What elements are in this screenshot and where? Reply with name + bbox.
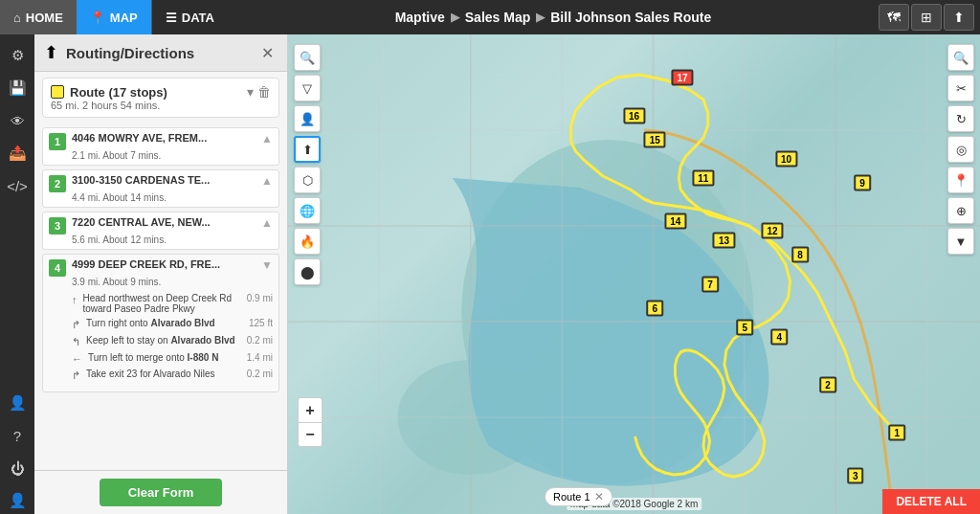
settings-icon-btn[interactable]: ⚙ [4, 42, 31, 69]
stop-num-4: 4 [49, 259, 66, 277]
map-icon: 📍 [90, 11, 105, 25]
sidebar-close-button[interactable]: ✕ [257, 44, 278, 62]
marker-12[interactable]: 12 [762, 223, 784, 239]
stop-header-1: 1 4046 MOWRY AVE, FREM... ▲ [49, 132, 273, 150]
route-header: Route (17 stops) ▾ 🗑 [51, 84, 271, 100]
map-user-tool[interactable]: 👤 [294, 105, 321, 132]
step-dist-1: 0.9 mi [247, 293, 273, 303]
route-color-swatch [51, 85, 64, 99]
step-icon-5: ↱ [72, 369, 80, 382]
zoom-out-button[interactable]: − [298, 422, 323, 447]
share-button[interactable]: ⬆ [944, 4, 974, 31]
marker-6[interactable]: 6 [646, 300, 663, 316]
profile-icon-btn[interactable]: 👤 [4, 487, 31, 514]
map-target-tool[interactable]: ◎ [947, 136, 974, 163]
marker-14[interactable]: 14 [664, 213, 686, 230]
clear-form-button[interactable]: Clear Form [100, 479, 223, 506]
sidebar-panel: ⬆ Routing/Directions ✕ Route (17 stops) … [34, 34, 288, 514]
power-icon-btn[interactable]: ⏻ [4, 455, 31, 481]
svg-rect-2 [288, 34, 980, 514]
stop-num-3: 3 [49, 217, 66, 235]
step-icon-1: ↑ [72, 294, 78, 305]
marker-4[interactable]: 4 [771, 328, 789, 345]
marker-17[interactable]: 17 [672, 70, 694, 86]
map-button[interactable]: 📍 MAP [77, 0, 151, 34]
step-dist-3: 0.2 mi [247, 335, 273, 346]
step-text-5: Take exit 23 for Alvarado Niles [86, 369, 215, 379]
marker-15[interactable]: 15 [644, 132, 666, 148]
step-icon-2: ↱ [72, 319, 80, 331]
map-refresh-tool[interactable]: ↻ [947, 105, 974, 132]
stop-distance-2: 4.4 mi. About 14 mins. [72, 192, 273, 203]
direction-step-5: ↱ Take exit 23 for Alvarado Niles 0.2 mi [72, 367, 273, 384]
nav-title: Maptive ▶ Sales Map ▶ Bill Johnson Sales… [228, 10, 879, 25]
stop-list[interactable]: 1 4046 MOWRY AVE, FREM... ▲ 2.1 mi. Abou… [34, 123, 287, 470]
stop-distance-3: 5.6 mi. About 12 mins. [72, 235, 273, 245]
marker-2[interactable]: 2 [819, 376, 836, 392]
sidebar-title: Routing/Directions [66, 45, 250, 61]
map-scissors-tool[interactable]: ✂ [947, 75, 974, 101]
stop-num-2: 2 [49, 175, 66, 192]
map-pin-tool[interactable]: 📍 [947, 167, 974, 193]
marker-16[interactable]: 16 [623, 108, 645, 124]
map-measure-tool[interactable]: ⊕ [947, 197, 974, 224]
arrow-icon-2: ▶ [536, 11, 545, 24]
marker-10[interactable]: 10 [775, 151, 797, 168]
route-tag-close[interactable]: ✕ [594, 490, 604, 503]
stack-button[interactable]: ⊞ [911, 4, 942, 31]
map-polygon-tool[interactable]: ⬡ [294, 167, 321, 193]
help-icon-btn[interactable]: ? [4, 422, 31, 449]
stop-address-1: 4046 MOWRY AVE, FREM... [72, 132, 256, 144]
marker-9[interactable]: 9 [854, 175, 871, 191]
view-icon-btn[interactable]: 👁 [4, 107, 31, 134]
stop-item-4[interactable]: 4 4999 DEEP CREEK RD, FRE... ▼ 3.9 mi. A… [42, 254, 279, 392]
save-icon-btn[interactable]: 💾 [4, 75, 31, 101]
marker-1[interactable]: 1 [888, 424, 905, 440]
direction-step-4: ← Turn left to merge onto I-880 N 1.4 mi [72, 350, 273, 367]
chevron-up-3: ▲ [261, 216, 273, 230]
route-delete-button[interactable]: 🗑 [257, 84, 271, 100]
routing-icon: ⬆ [44, 42, 58, 63]
map-filter-tool[interactable]: ▽ [294, 75, 321, 101]
marker-13[interactable]: 13 [713, 233, 735, 249]
map-heat-tool[interactable]: 🔥 [294, 228, 321, 255]
direction-step-1: ↑ Head northwest on Deep Creek Rd toward… [72, 291, 273, 316]
data-icon: ☰ [166, 11, 177, 25]
step-text-4: Turn left to merge onto I-880 N [88, 352, 218, 363]
stop-num-1: 1 [49, 133, 66, 150]
map-search-tool[interactable]: 🔍 [294, 44, 321, 71]
export-icon-btn[interactable]: 📤 [4, 140, 31, 167]
route-summary: Route (17 stops) ▾ 🗑 65 mi. 2 hours 54 m… [42, 78, 279, 118]
svg-point-1 [397, 360, 544, 475]
marker-11[interactable]: 11 [692, 170, 714, 187]
route-expand-button[interactable]: ▾ [247, 84, 254, 100]
step-dist-5: 0.2 mi [247, 369, 273, 379]
marker-7[interactable]: 7 [702, 276, 719, 292]
layers-button[interactable]: 🗺 [879, 4, 909, 31]
stop-item-1[interactable]: 1 4046 MOWRY AVE, FREM... ▲ 2.1 mi. Abou… [42, 127, 279, 166]
home-button[interactable]: ⌂ HOME [0, 0, 77, 34]
zoom-in-button[interactable]: + [298, 397, 323, 422]
stop-item-3[interactable]: 3 7220 CENTRAL AVE, NEW... ▲ 5.6 mi. Abo… [42, 212, 279, 250]
data-button[interactable]: ☰ DATA [151, 0, 228, 34]
step-dist-4: 1.4 mi [247, 352, 273, 363]
delete-all-button[interactable]: DELETE ALL [882, 489, 980, 514]
map-nav-tool[interactable]: ▼ [947, 228, 974, 255]
map-globe-tool[interactable]: 🌐 [294, 197, 321, 224]
stop-address-4: 4999 DEEP CREEK RD, FRE... [72, 258, 256, 270]
map-routing-tool[interactable]: ⬆ [294, 136, 321, 163]
map-area[interactable]: 17 16 15 10 11 9 14 12 1 [288, 34, 980, 514]
step-text-2: Turn right onto Alvarado Blvd [86, 318, 215, 328]
marker-3[interactable]: 3 [847, 467, 864, 483]
main-area: ⚙ 💾 👁 📤 </> 👤 ? ⏻ 👤 ⬆ Routing/Directions… [0, 34, 980, 514]
map-cluster-tool[interactable]: ⬤ [294, 258, 321, 285]
chevron-up-1: ▲ [261, 132, 273, 145]
code-icon-btn[interactable]: </> [4, 172, 31, 199]
marker-5[interactable]: 5 [736, 319, 753, 335]
map-zoom-in-right[interactable]: 🔍 [947, 44, 974, 71]
clear-btn-container: Clear Form [34, 470, 287, 514]
stop-item-2[interactable]: 2 3100-3150 CARDENAS TE... ▲ 4.4 mi. Abo… [42, 169, 279, 208]
marker-8[interactable]: 8 [791, 247, 809, 263]
stop-header-2: 2 3100-3150 CARDENAS TE... ▲ [49, 174, 273, 192]
user-icon-btn[interactable]: 👤 [4, 390, 31, 416]
